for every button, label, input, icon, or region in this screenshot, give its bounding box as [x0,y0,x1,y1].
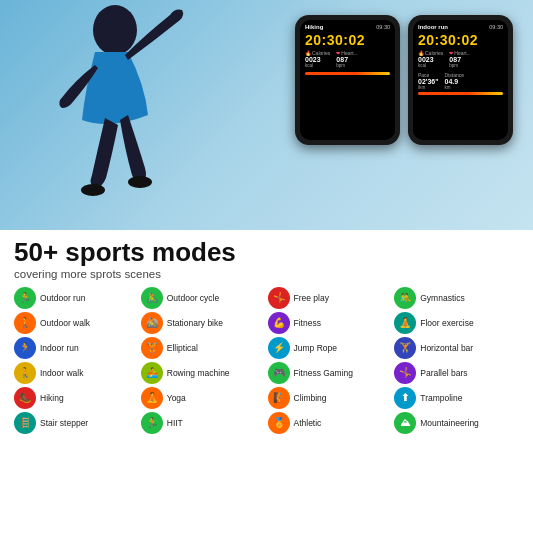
sport-label: Stationary bike [167,318,223,328]
sport-item: 🤼Gymnastics [394,287,519,309]
sport-item: 🥾Hiking [14,387,139,409]
watch2-heart: ❤Heart... 087 bpm [449,50,470,68]
sport-item: 🏋Horizontal bar [394,337,519,359]
watch2-elapsed: 20:30:02 [418,32,503,48]
sport-item: 💪Fitness [268,312,393,334]
sport-label: Elliptical [167,343,198,353]
sport-item: ⚡Jump Rope [268,337,393,359]
sport-item: 🤸Parallel bars [394,362,519,384]
runner-figure [10,0,220,230]
watch1-calories: 🔥Calories 0023 kcal [305,50,330,68]
sport-label: Gymnastics [420,293,464,303]
sport-item: 🚣Rowing machine [141,362,266,384]
sport-label: Floor exercise [420,318,473,328]
sport-icon: 🏃 [14,337,36,359]
watch2-pace: Pace 02'36" /km [418,72,439,90]
sports-grid: 🏃Outdoor run🚴Outdoor cycle🤸Free play🤼Gym… [14,287,519,434]
sport-item: 🏃Indoor run [14,337,139,359]
sport-item: 🤸Free play [268,287,393,309]
subheadline: covering more sprots scenes [14,268,519,280]
sport-icon: 🤼 [394,287,416,309]
watch-indoor-screen: Indoor run 09:30 20:30:02 🔥Calories 0023… [413,20,508,140]
watch-hiking: Hiking 09:30 20:30:02 🔥Calories 0023 kca… [295,15,400,145]
sport-label: Outdoor run [40,293,85,303]
sport-icon: 🏋 [394,337,416,359]
sport-item: 🧘Yoga [141,387,266,409]
sport-icon: ⛰ [394,412,416,434]
sport-label: Outdoor cycle [167,293,219,303]
sport-icon: 🚣 [141,362,163,384]
sport-label: HIIT [167,418,183,428]
sport-icon: 🧘 [394,312,416,334]
sports-section: 50+ sports modes covering more sprots sc… [0,230,533,440]
sport-icon: 🏅 [268,412,290,434]
sport-item: ⬆Trampoline [394,387,519,409]
svg-point-2 [128,176,152,188]
hero-section: Hiking 09:30 20:30:02 🔥Calories 0023 kca… [0,0,533,230]
sport-label: Stair stepper [40,418,88,428]
sport-label: Rowing machine [167,368,230,378]
sport-icon: 💪 [268,312,290,334]
watch-hiking-screen: Hiking 09:30 20:30:02 🔥Calories 0023 kca… [300,20,395,140]
sport-icon: ⚡ [268,337,290,359]
sport-item: 🏅Athletic [268,412,393,434]
sport-label: Indoor run [40,343,79,353]
sport-icon: ⬆ [394,387,416,409]
headline: 50+ sports modes [14,238,519,267]
sport-item: 🧘Floor exercise [394,312,519,334]
sport-icon: 🥾 [14,387,36,409]
sport-item: ⛰Mountaineering [394,412,519,434]
sport-label: Mountaineering [420,418,479,428]
sport-item: 🚶Indoor walk [14,362,139,384]
sport-icon: 🚶 [14,312,36,334]
sport-icon: 🎮 [268,362,290,384]
sport-item: 🚵Stationary bike [141,312,266,334]
sport-label: Hiking [40,393,64,403]
sport-icon: 🚵 [141,312,163,334]
watch2-calories: 🔥Calories 0023 kcal [418,50,443,68]
sport-label: Yoga [167,393,186,403]
sport-label: Climbing [294,393,327,403]
sport-item: 🪜Stair stepper [14,412,139,434]
sport-icon: 🏃 [141,412,163,434]
sport-label: Athletic [294,418,322,428]
sport-label: Jump Rope [294,343,337,353]
sport-item: 🎮Fitness Gaming [268,362,393,384]
sport-item: 🏃Outdoor run [14,287,139,309]
sport-label: Fitness [294,318,321,328]
watch-indoor-run: Indoor run 09:30 20:30:02 🔥Calories 0023… [408,15,513,145]
sport-icon: 🤸 [268,287,290,309]
sport-label: Fitness Gaming [294,368,354,378]
watch1-time: 09:30 [376,24,390,30]
watch2-time: 09:30 [489,24,503,30]
sport-icon: 🏋 [141,337,163,359]
sport-icon: 🚶 [14,362,36,384]
sport-icon: 🧘 [141,387,163,409]
sport-icon: 🏃 [14,287,36,309]
watch1-heart: ❤Heart... 087 bpm [336,50,357,68]
sport-label: Horizontal bar [420,343,473,353]
sport-item: 🚴Outdoor cycle [141,287,266,309]
svg-point-1 [81,184,105,196]
watch1-progress-bar [305,72,390,75]
sport-label: Outdoor walk [40,318,90,328]
sport-icon: 🪜 [14,412,36,434]
sport-item: 🧗Climbing [268,387,393,409]
sport-label: Free play [294,293,329,303]
watch2-distance: Distance 04.9 km [445,72,464,90]
sport-label: Parallel bars [420,368,467,378]
sport-item: 🏃HIIT [141,412,266,434]
sport-icon: 🧗 [268,387,290,409]
sport-label: Trampoline [420,393,462,403]
watch2-activity: Indoor run [418,24,448,30]
watches-display: Hiking 09:30 20:30:02 🔥Calories 0023 kca… [295,15,513,145]
watch1-activity: Hiking [305,24,323,30]
sport-label: Indoor walk [40,368,83,378]
watch2-progress-bar [418,92,503,95]
sport-item: 🚶Outdoor walk [14,312,139,334]
sport-icon: 🤸 [394,362,416,384]
sport-icon: 🚴 [141,287,163,309]
watch1-elapsed: 20:30:02 [305,32,390,48]
sport-item: 🏋Elliptical [141,337,266,359]
svg-point-0 [93,5,137,55]
